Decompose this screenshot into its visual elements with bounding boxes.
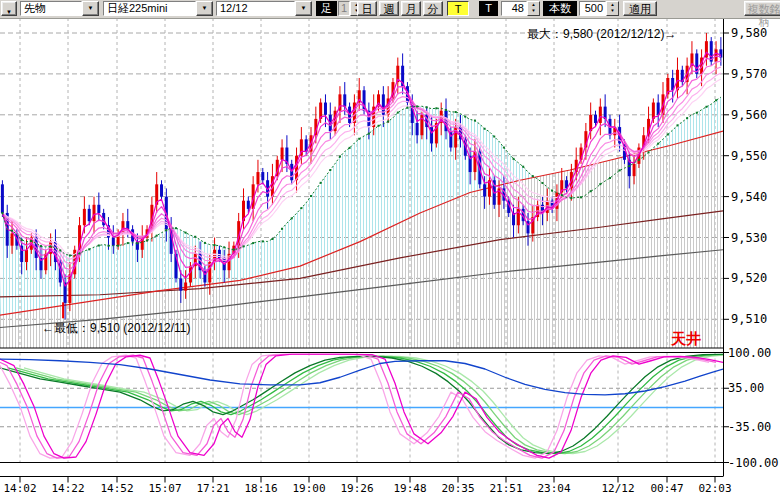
- time-axis-label: 17:21: [196, 482, 229, 495]
- multi-symbol-button[interactable]: 複数銘柄: [744, 1, 780, 16]
- indicator-axis-label: -100.00: [728, 456, 779, 470]
- toolbar: ▼ 先物 ▼ 日経225mini ▼ 12/12 ▼ 足 1 ▲▼ 日 週 月 …: [0, 0, 780, 19]
- time-axis-label: 19:00: [292, 482, 325, 495]
- price-axis-label: 9,560: [731, 108, 767, 122]
- time-axis-label: 21:51: [489, 482, 522, 495]
- spinner-icon[interactable]: ▲▼: [527, 1, 540, 16]
- period-month-button[interactable]: 月: [401, 1, 421, 16]
- t-interval-value: 48: [501, 1, 527, 16]
- price-axis-label: 9,510: [731, 312, 767, 326]
- date-value: 12/12: [216, 1, 295, 16]
- time-axis-label: 14:52: [100, 482, 133, 495]
- time-axis-label: 18:16: [244, 482, 277, 495]
- price-axis-label: 9,570: [731, 67, 767, 81]
- time-axis-label: 23:04: [537, 482, 570, 495]
- price-axis-label: 9,520: [731, 271, 767, 285]
- symbol-value: 日経225mini: [103, 1, 196, 16]
- price-axis-label: 9,530: [731, 231, 767, 245]
- period-minute-button[interactable]: 分: [423, 1, 443, 16]
- collapse-panel-button[interactable]: ▼: [1, 1, 17, 16]
- dropdown-arrow-icon[interactable]: ▼: [196, 1, 213, 16]
- category-value: 先物: [20, 1, 82, 16]
- time-axis-label: 02:03: [698, 482, 731, 495]
- min-price-annotation: ←最低：9,510 (2012/12/11): [42, 320, 191, 337]
- time-axis-label: 14:02: [3, 482, 36, 495]
- indicator-axis-label: 100.00: [728, 346, 771, 360]
- chart-application-window: 9,5809,5709,5609,5509,5409,5309,5209,510…: [0, 0, 780, 500]
- bar-count-stepper[interactable]: 500 ▲▼: [579, 1, 619, 16]
- bar-count-value: 500: [579, 1, 606, 16]
- time-axis-label: 15:07: [148, 482, 181, 495]
- bar-type-tag: 足: [316, 1, 337, 16]
- dropdown-arrow-icon[interactable]: ▼: [82, 1, 99, 16]
- max-price-annotation: 最大：9,580 (2012/12/12)→: [527, 26, 676, 43]
- date-select[interactable]: 12/12 ▼: [216, 1, 312, 16]
- tick-mode-button[interactable]: T: [447, 1, 469, 16]
- time-axis-label: 14:22: [51, 482, 84, 495]
- time-axis-label: 20:35: [441, 482, 474, 495]
- symbol-select[interactable]: 日経225mini ▼: [103, 1, 213, 16]
- time-axis-label: 19:48: [393, 482, 426, 495]
- period-day-button[interactable]: 日: [357, 1, 377, 16]
- t-interval-tag: T: [479, 1, 498, 16]
- price-axis-label: 9,540: [731, 190, 767, 204]
- bar-count-tag: 本数: [543, 1, 577, 16]
- spinner-icon[interactable]: ▲▼: [606, 1, 619, 16]
- period-week-button[interactable]: 週: [379, 1, 399, 16]
- bar-interval-value: 1: [338, 1, 350, 16]
- time-axis-label: 19:26: [340, 482, 373, 495]
- t-interval-stepper[interactable]: 48 ▲▼: [501, 1, 540, 16]
- price-chart-canvas[interactable]: [0, 0, 780, 500]
- dropdown-arrow-icon[interactable]: ▼: [295, 1, 312, 16]
- price-axis-label: 9,550: [731, 149, 767, 163]
- indicator-axis-label: -35.00: [728, 420, 771, 434]
- chevron-down-icon: ▼: [6, 9, 12, 15]
- time-axis-label: 00:47: [650, 482, 683, 495]
- indicator-axis-label: 35.00: [728, 381, 764, 395]
- apply-button[interactable]: 適用: [623, 1, 657, 16]
- ceiling-signal-label: 天井: [671, 330, 701, 349]
- time-axis-label: 12/12: [601, 482, 634, 495]
- category-select[interactable]: 先物 ▼: [20, 1, 99, 16]
